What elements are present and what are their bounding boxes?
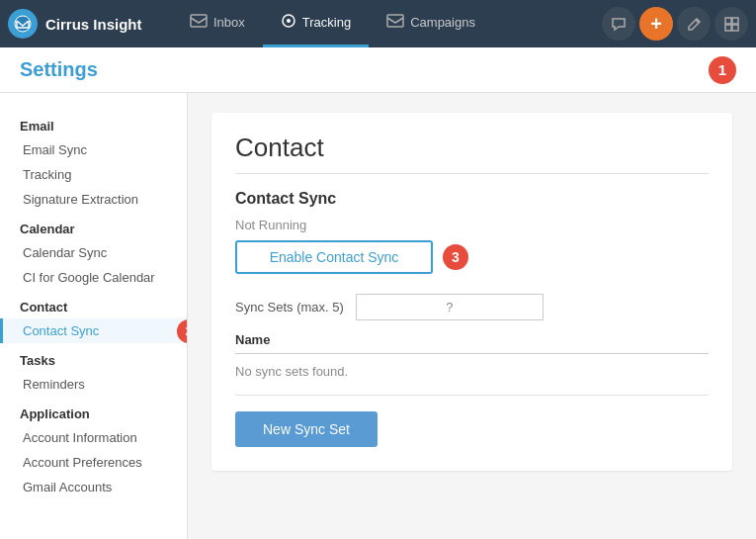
nav-actions: + bbox=[602, 7, 748, 41]
sync-sets-label: Sync Sets (max. 5) bbox=[235, 300, 344, 314]
edit-button[interactable] bbox=[677, 7, 711, 41]
sync-sets-input[interactable] bbox=[356, 294, 544, 320]
logo-icon bbox=[8, 9, 38, 39]
nav-tab-tracking[interactable]: Tracking bbox=[263, 0, 369, 47]
section-title: Contact Sync bbox=[235, 190, 709, 208]
svg-rect-6 bbox=[732, 18, 738, 24]
settings-badge: 1 bbox=[709, 56, 736, 84]
sidebar-item-account-information[interactable]: Account Information bbox=[0, 425, 187, 450]
settings-title: Settings bbox=[20, 58, 98, 81]
sidebar-section-calendar: Calendar bbox=[0, 212, 187, 240]
contact-sync-badge: 2 bbox=[177, 319, 188, 343]
sidebar-section-tasks: Tasks bbox=[0, 343, 187, 372]
sidebar-section-application: Application bbox=[0, 397, 187, 425]
svg-rect-7 bbox=[725, 25, 731, 31]
top-nav: Cirrus Insight Inbox Tracking bbox=[0, 0, 756, 47]
layout-button[interactable] bbox=[714, 7, 748, 41]
svg-rect-8 bbox=[732, 25, 738, 31]
sidebar-item-contact-sync[interactable]: Contact Sync 2 bbox=[0, 318, 187, 343]
tracking-label: Tracking bbox=[302, 15, 351, 30]
inbox-label: Inbox bbox=[213, 15, 245, 30]
chat-button[interactable] bbox=[602, 7, 635, 41]
sidebar-section-contact: Contact bbox=[0, 290, 187, 318]
nav-tab-campaigns[interactable]: Campaigns bbox=[369, 0, 493, 47]
campaigns-label: Campaigns bbox=[410, 15, 475, 30]
app-logo: Cirrus Insight bbox=[8, 9, 156, 39]
sidebar-item-calendar-sync[interactable]: Calendar Sync bbox=[0, 240, 187, 265]
svg-point-3 bbox=[287, 19, 291, 23]
svg-rect-4 bbox=[387, 15, 403, 27]
sidebar-item-ci-google-calendar[interactable]: CI for Google Calendar bbox=[0, 265, 187, 290]
content-card: Contact Contact Sync Not Running Enable … bbox=[211, 113, 732, 471]
app-title: Cirrus Insight bbox=[45, 16, 142, 33]
inbox-icon bbox=[190, 14, 208, 31]
sidebar-item-gmail-accounts[interactable]: Gmail Accounts bbox=[0, 475, 187, 499]
status-text: Not Running bbox=[235, 218, 709, 232]
campaigns-icon bbox=[386, 14, 404, 31]
sidebar: Email Email Sync Tracking Signature Extr… bbox=[0, 93, 188, 539]
sidebar-item-signature-extraction[interactable]: Signature Extraction bbox=[0, 187, 187, 212]
sidebar-item-account-preferences[interactable]: Account Preferences bbox=[0, 450, 187, 475]
nav-tabs: Inbox Tracking Campaigns bbox=[172, 0, 602, 47]
new-sync-set-button[interactable]: New Sync Set bbox=[235, 411, 378, 447]
sidebar-item-reminders[interactable]: Reminders bbox=[0, 372, 187, 397]
table-header: Name bbox=[235, 332, 709, 354]
settings-bar: Settings 1 bbox=[0, 47, 756, 93]
sidebar-section-email: Email bbox=[0, 109, 187, 137]
enable-row: Enable Contact Sync 3 bbox=[235, 240, 709, 274]
page-title: Contact bbox=[235, 133, 709, 163]
svg-rect-1 bbox=[191, 15, 207, 27]
enable-badge: 3 bbox=[443, 244, 468, 270]
svg-rect-5 bbox=[725, 18, 731, 24]
add-icon: + bbox=[650, 14, 662, 34]
table-empty-message: No sync sets found. bbox=[235, 354, 709, 396]
nav-tab-inbox[interactable]: Inbox bbox=[172, 0, 263, 47]
section-divider bbox=[235, 173, 709, 174]
sidebar-item-email-sync[interactable]: Email Sync bbox=[0, 137, 187, 162]
table-column-name: Name bbox=[235, 332, 270, 347]
main-content: Contact Contact Sync Not Running Enable … bbox=[188, 93, 756, 539]
enable-contact-sync-button[interactable]: Enable Contact Sync bbox=[235, 240, 433, 274]
sidebar-item-tracking[interactable]: Tracking bbox=[0, 162, 187, 187]
main-layout: Email Email Sync Tracking Signature Extr… bbox=[0, 93, 756, 539]
tracking-icon bbox=[281, 13, 296, 32]
add-button[interactable]: + bbox=[639, 7, 673, 41]
sync-sets-row: Sync Sets (max. 5) bbox=[235, 294, 709, 320]
